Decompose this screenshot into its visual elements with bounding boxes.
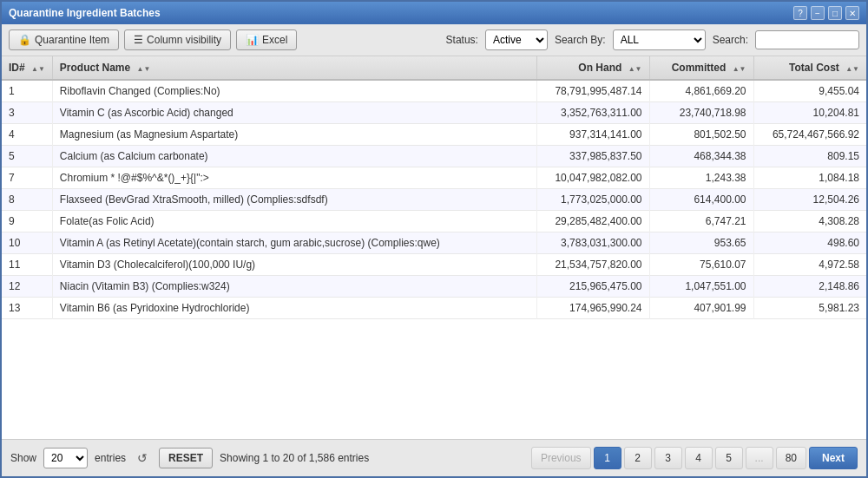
table-row: 13 Vitamin B6 (as Pyridoxine Hydrochlori… (2, 298, 866, 319)
cell-committed: 23,740,718.98 (649, 102, 753, 124)
sort-arrows-committed: ▲▼ (733, 66, 746, 73)
page-3-button[interactable]: 3 (654, 447, 682, 469)
sort-arrows-id: ▲▼ (31, 66, 45, 73)
cell-totalcost: 4,308.28 (753, 211, 866, 232)
table-header-row: ID# ▲▼ Product Name ▲▼ On Hand ▲▼ Commit… (2, 56, 866, 80)
showing-text: Showing 1 to 20 of 1,586 entries (220, 452, 369, 464)
cell-name: Magnesium (as Magnesium Aspartate) (52, 124, 536, 146)
toolbar-right: Status: Active Inactive All Search By: A… (446, 29, 859, 50)
cell-committed: 4,861,669.20 (649, 80, 753, 102)
table-row: 4 Magnesium (as Magnesium Aspartate) 937… (2, 124, 866, 146)
cell-name: Calcium (as Calcium carbonate) (52, 146, 536, 167)
sort-arrows-totalcost: ▲▼ (845, 66, 859, 73)
search-input[interactable] (755, 30, 859, 49)
help-button[interactable]: ? (793, 6, 807, 20)
quarantine-item-button[interactable]: 🔒 Quarantine Item (9, 29, 119, 50)
cell-onhand: 3,783,031,300.00 (536, 232, 649, 254)
cell-totalcost: 10,204.81 (753, 102, 866, 124)
page-1-button[interactable]: 1 (594, 447, 621, 469)
title-bar: Quarantine Ingredient Batches ? − □ ✕ (2, 2, 866, 24)
show-entries-select[interactable]: 10 20 50 100 (43, 448, 88, 468)
cell-committed: 614,400.00 (649, 189, 753, 211)
cell-id: 13 (2, 298, 52, 319)
cell-name: Chromium * !@#$%^&*()_+}{|":> (52, 167, 536, 189)
cell-committed: 1,243.38 (649, 167, 753, 189)
maximize-button[interactable]: □ (828, 6, 842, 20)
show-label: Show (10, 452, 36, 464)
ellipsis-button: ... (746, 447, 773, 469)
cell-totalcost: 65,724,467,566.92 (753, 124, 866, 146)
main-window: Quarantine Ingredient Batches ? − □ ✕ 🔒 … (0, 0, 868, 478)
cell-name: Vitamin C (as Ascorbic Acid) changed (52, 102, 536, 124)
cell-id: 8 (2, 189, 52, 211)
quarantine-item-icon: 🔒 (18, 34, 31, 46)
minimize-button[interactable]: − (811, 6, 825, 20)
cell-name: Vitamin D3 (Cholecalciferol)(100,000 IU/… (52, 254, 536, 276)
quarantine-item-label: Quarantine Item (35, 34, 109, 46)
cell-onhand: 937,314,141.00 (536, 124, 649, 146)
col-header-id[interactable]: ID# ▲▼ (2, 56, 52, 80)
table-row: 8 Flaxseed (BevGrad XtraSmooth, milled) … (2, 189, 866, 211)
excel-button[interactable]: 📊 Excel (236, 29, 297, 50)
cell-onhand: 78,791,995,487.14 (536, 80, 649, 102)
cell-totalcost: 5,981.23 (753, 298, 866, 319)
cell-id: 7 (2, 167, 52, 189)
cell-committed: 6,747.21 (649, 211, 753, 232)
page-80-button[interactable]: 80 (776, 447, 806, 469)
cell-name: Riboflavin Changed (Complies:No) (52, 80, 536, 102)
cell-id: 12 (2, 276, 52, 298)
col-header-committed[interactable]: Committed ▲▼ (649, 56, 753, 80)
cell-onhand: 1,773,025,000.00 (536, 189, 649, 211)
cell-totalcost: 12,504.26 (753, 189, 866, 211)
title-bar-buttons: ? − □ ✕ (793, 6, 859, 20)
page-2-button[interactable]: 2 (624, 447, 652, 469)
cell-committed: 468,344.38 (649, 146, 753, 167)
cell-id: 5 (2, 146, 52, 167)
cell-id: 1 (2, 80, 52, 102)
cell-totalcost: 2,148.86 (753, 276, 866, 298)
data-table: ID# ▲▼ Product Name ▲▼ On Hand ▲▼ Commit… (2, 56, 866, 319)
refresh-button[interactable]: ↺ (133, 449, 152, 468)
previous-button[interactable]: Previous (531, 447, 591, 469)
table-container: ID# ▲▼ Product Name ▲▼ On Hand ▲▼ Commit… (2, 56, 866, 439)
cell-id: 9 (2, 211, 52, 232)
column-visibility-icon: ☰ (134, 34, 143, 46)
table-row: 7 Chromium * !@#$%^&*()_+}{|":> 10,047,9… (2, 167, 866, 189)
excel-label: Excel (262, 34, 287, 46)
page-5-button[interactable]: 5 (715, 447, 743, 469)
table-row: 3 Vitamin C (as Ascorbic Acid) changed 3… (2, 102, 866, 124)
table-row: 9 Folate(as Folic Acid) 29,285,482,400.0… (2, 211, 866, 232)
cell-committed: 953.65 (649, 232, 753, 254)
cell-onhand: 337,985,837.50 (536, 146, 649, 167)
cell-committed: 1,047,551.00 (649, 276, 753, 298)
close-button[interactable]: ✕ (845, 6, 859, 20)
search-by-label: Search By: (555, 34, 606, 46)
column-visibility-button[interactable]: ☰ Column visibility (124, 29, 231, 50)
excel-icon: 📊 (246, 34, 259, 46)
page-4-button[interactable]: 4 (685, 447, 713, 469)
cell-committed: 407,901.99 (649, 298, 753, 319)
sort-arrows-name: ▲▼ (137, 66, 151, 73)
col-header-totalcost[interactable]: Total Cost ▲▼ (753, 56, 866, 80)
status-label: Status: (446, 34, 478, 46)
reset-button[interactable]: RESET (159, 448, 213, 468)
column-visibility-label: Column visibility (147, 34, 221, 46)
sort-arrows-onhand: ▲▼ (628, 66, 642, 73)
cell-onhand: 174,965,990.24 (536, 298, 649, 319)
cell-id: 4 (2, 124, 52, 146)
cell-totalcost: 809.15 (753, 146, 866, 167)
status-select[interactable]: Active Inactive All (485, 29, 548, 50)
cell-onhand: 29,285,482,400.00 (536, 211, 649, 232)
table-row: 11 Vitamin D3 (Cholecalciferol)(100,000 … (2, 254, 866, 276)
cell-onhand: 3,352,763,311.00 (536, 102, 649, 124)
col-header-name[interactable]: Product Name ▲▼ (52, 56, 536, 80)
cell-onhand: 10,047,982,082.00 (536, 167, 649, 189)
search-by-select[interactable]: ALL ID# Product Name (613, 29, 706, 50)
table-row: 12 Niacin (Vitamin B3) (Complies:w324) 2… (2, 276, 866, 298)
col-header-onhand[interactable]: On Hand ▲▼ (536, 56, 649, 80)
cell-totalcost: 498.60 (753, 232, 866, 254)
cell-onhand: 215,965,475.00 (536, 276, 649, 298)
search-label: Search: (713, 34, 748, 46)
next-button[interactable]: Next (809, 447, 858, 469)
cell-committed: 75,610.07 (649, 254, 753, 276)
